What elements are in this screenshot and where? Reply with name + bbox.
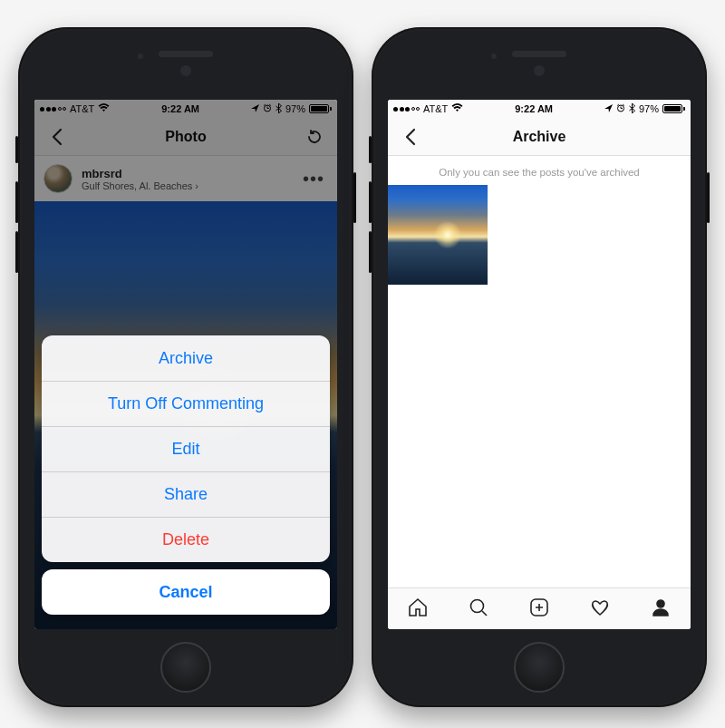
archive-grid [388, 185, 691, 285]
action-turn-off-commenting[interactable]: Turn Off Commenting [42, 381, 330, 426]
clock-label: 9:22 AM [463, 103, 604, 114]
search-icon [468, 597, 489, 618]
action-edit[interactable]: Edit [42, 426, 330, 471]
tab-home[interactable] [407, 597, 429, 622]
svg-point-2 [471, 599, 484, 612]
home-icon [407, 597, 429, 618]
tab-add-post[interactable] [528, 597, 550, 622]
screen-right: AT&T 9:22 AM 97% Archive O [388, 100, 691, 629]
action-delete[interactable]: Delete [42, 517, 330, 562]
chevron-left-icon [404, 128, 417, 146]
home-button[interactable] [160, 642, 211, 693]
battery-icon [662, 104, 685, 113]
alarm-icon [616, 103, 625, 114]
phone-frame-right: AT&T 9:22 AM 97% Archive O [372, 27, 707, 707]
person-icon [650, 597, 672, 618]
home-button[interactable] [514, 642, 565, 693]
action-sheet-overlay[interactable]: Archive Turn Off Commenting Edit Share D… [34, 100, 337, 629]
tab-bar [388, 587, 691, 629]
screen-left: AT&T 9:22 AM 97% Photo [34, 100, 337, 629]
battery-pct-label: 97% [639, 103, 659, 114]
action-share[interactable]: Share [42, 471, 330, 517]
archive-info-text: Only you can see the posts you've archiv… [388, 156, 691, 185]
carrier-label: AT&T [423, 103, 448, 114]
back-button[interactable] [397, 128, 424, 146]
location-services-icon [604, 103, 613, 114]
phone-frame-left: AT&T 9:22 AM 97% Photo [18, 27, 353, 707]
action-sheet: Archive Turn Off Commenting Edit Share D… [42, 335, 330, 562]
plus-square-icon [528, 597, 550, 618]
wifi-icon [451, 103, 463, 114]
tab-activity[interactable] [589, 597, 611, 622]
page-title: Archive [513, 129, 566, 145]
archive-content: Only you can see the posts you've archiv… [388, 156, 691, 587]
action-sheet-cancel-group: Cancel [42, 569, 330, 615]
signal-icon [393, 107, 420, 112]
action-cancel[interactable]: Cancel [42, 569, 330, 615]
status-bar: AT&T 9:22 AM 97% [388, 100, 691, 118]
archived-photo-thumbnail[interactable] [388, 185, 488, 285]
nav-bar: Archive [388, 118, 691, 156]
heart-icon [589, 597, 611, 618]
action-archive[interactable]: Archive [42, 335, 330, 381]
tab-profile[interactable] [650, 597, 672, 622]
bluetooth-icon [629, 103, 635, 115]
tab-search[interactable] [468, 597, 489, 622]
svg-point-4 [657, 600, 664, 607]
